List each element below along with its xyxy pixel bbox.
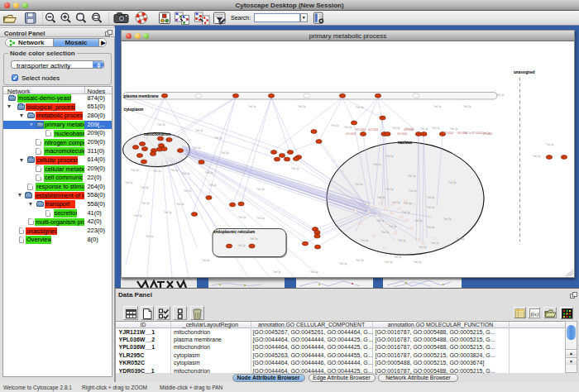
svg-text:plasma membrane: plasma membrane [124,94,159,98]
svg-text:Yml-1p: Yml-1p [310,270,318,274]
svg-text:Yml-1p: Yml-1p [433,105,442,108]
svg-text:Yml-1p: Yml-1p [414,261,422,264]
svg-text:GO:0044: GO:0044 [346,132,356,136]
svg-text:Yml-1p: Yml-1p [389,225,397,228]
svg-text:Yml-1p: Yml-1p [377,196,385,199]
svg-text:Yml-1p: Yml-1p [205,171,213,174]
svg-text:Yml-1p: Yml-1p [141,202,150,205]
svg-text:Yml-1p: Yml-1p [392,201,400,204]
svg-text:Yml-1p: Yml-1p [431,241,439,245]
svg-text:Yml-1p: Yml-1p [404,202,412,205]
svg-text:nucleus: nucleus [398,141,413,145]
svg-text:Yml-1p: Yml-1p [170,169,179,172]
svg-text:Yml-1p: Yml-1p [385,261,393,264]
svg-text:Yml-1p: Yml-1p [291,167,299,170]
svg-text:Yml-1p: Yml-1p [256,188,265,191]
svg-text:Yml-1p: Yml-1p [182,172,190,175]
svg-text:Yml-1p: Yml-1p [496,93,505,97]
svg-text:unassigned: unassigned [514,70,535,74]
svg-text:Yml-1p: Yml-1p [237,244,246,247]
svg-text:Yml-1p: Yml-1p [214,136,223,140]
svg-text:Yml-1p: Yml-1p [256,217,265,220]
svg-text:mitochondrion: mitochondrion [144,132,170,136]
svg-text:Yml-1p: Yml-1p [392,127,400,130]
svg-text:Yml-1p: Yml-1p [402,211,410,214]
svg-text:Yml-1p: Yml-1p [448,181,457,184]
svg-text:GO:0044: GO:0044 [368,128,379,131]
svg-text:endoplasmic reticulum: endoplasmic reticulum [213,230,255,234]
svg-text:Yml-1p: Yml-1p [381,231,390,234]
svg-text:Yml-1p: Yml-1p [408,174,416,178]
svg-text:Yml-1p: Yml-1p [250,237,258,241]
svg-text:GO:0044: GO:0044 [443,131,454,135]
svg-text:Yml-1p: Yml-1p [373,163,381,166]
svg-text:Yml-1p: Yml-1p [125,181,133,184]
svg-text:Yml-1p: Yml-1p [419,246,427,249]
svg-text:Yml-1p: Yml-1p [385,188,394,191]
svg-text:GO:0044: GO:0044 [457,131,468,135]
svg-text:Yml-1p: Yml-1p [450,127,458,131]
svg-text:Yml-1p: Yml-1p [184,189,192,193]
svg-text:Yml-1p: Yml-1p [164,211,172,214]
svg-text:Yml-1p: Yml-1p [355,183,363,186]
svg-text:Yml-1p: Yml-1p [176,203,184,206]
svg-text:GO:0044: GO:0044 [482,132,493,136]
svg-text:Yml-1p: Yml-1p [221,151,229,155]
svg-text:Yml-1p: Yml-1p [427,206,435,209]
svg-text:Yml-1p: Yml-1p [238,216,246,219]
svg-text:Yml-1p: Yml-1p [153,170,161,173]
svg-text:GO:0044: GO:0044 [404,128,414,131]
svg-text:Yml-1p: Yml-1p [248,105,256,108]
svg-text:Yml-1p: Yml-1p [195,129,203,132]
svg-text:Yml-1p: Yml-1p [356,106,364,109]
svg-text:Yml-1p: Yml-1p [208,184,217,187]
svg-text:Yml-1p: Yml-1p [457,237,465,241]
svg-text:Yml-1p: Yml-1p [414,219,423,222]
svg-text:Yml-1p: Yml-1p [202,259,210,262]
svg-text:Yml-1p: Yml-1p [146,235,154,238]
svg-text:Yml-1p: Yml-1p [443,218,452,221]
svg-text:Yml-1p: Yml-1p [356,259,364,262]
svg-text:Yml-1p: Yml-1p [331,124,339,127]
svg-text:Yml-1p: Yml-1p [427,196,435,199]
svg-text:Yml-1p: Yml-1p [134,214,142,218]
svg-text:Yml-1p: Yml-1p [131,169,139,172]
svg-text:Yml-1p: Yml-1p [339,262,347,265]
svg-text:Yml-1p: Yml-1p [546,143,554,146]
svg-text:Yml-1p: Yml-1p [432,127,440,130]
svg-text:Yml-1p: Yml-1p [398,239,406,242]
svg-text:Yml-1p: Yml-1p [420,127,428,131]
svg-text:Yml-1p: Yml-1p [463,105,471,108]
svg-text:GO:0044: GO:0044 [471,131,482,135]
svg-text:Yml-1p: Yml-1p [193,146,201,150]
svg-text:Yml-1p: Yml-1p [344,126,352,129]
svg-text:GO:0044: GO:0044 [356,128,366,131]
svg-text:Yml-1p: Yml-1p [141,186,149,189]
svg-text:Yml-1p: Yml-1p [298,105,306,108]
svg-text:Yml-1p: Yml-1p [273,270,281,274]
svg-text:Yml-1p: Yml-1p [394,256,402,259]
svg-text:Search:: Search: [231,15,251,21]
svg-text:cytoplasm: cytoplasm [124,108,144,112]
svg-text:GO:0044: GO:0044 [397,132,408,136]
svg-text:Yml-1p: Yml-1p [376,219,385,222]
svg-text:Yml-1p: Yml-1p [157,123,165,127]
svg-text:Yml-1p: Yml-1p [533,155,541,158]
svg-text:Yml-1p: Yml-1p [385,155,394,158]
svg-text:Yml-1p: Yml-1p [361,239,369,242]
svg-text:Yml-1p: Yml-1p [427,226,435,229]
svg-text:f(x): f(x) [530,310,538,317]
svg-text:Yml-1p: Yml-1p [409,189,417,193]
